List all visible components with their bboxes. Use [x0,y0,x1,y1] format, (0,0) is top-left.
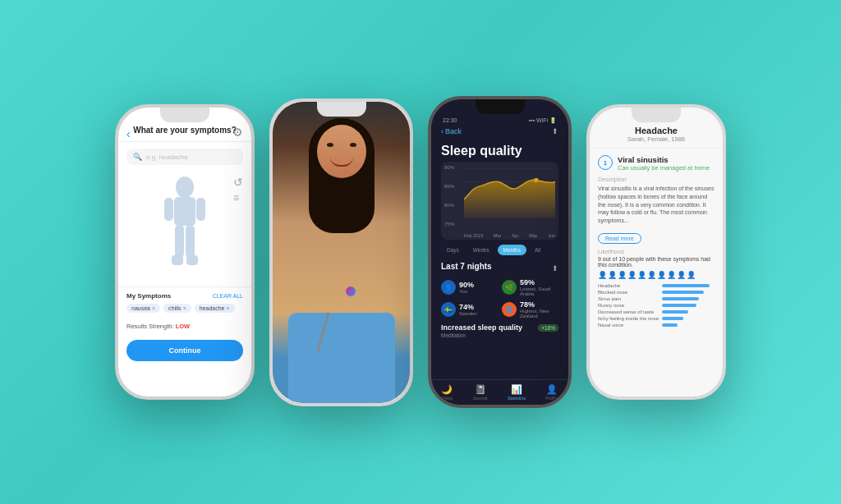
svg-rect-5 [186,225,195,258]
p3-time: 22:30 [443,117,457,124]
p3-nav-journal[interactable]: 📓 Journal [473,384,488,401]
p4-symptom-bars [662,283,715,328]
body-figure[interactable] [156,176,214,282]
svg-rect-6 [172,255,183,265]
phone-video-call: 📞 🎤 [269,99,413,406]
tag-chills[interactable]: chills × [163,304,191,313]
svg-rect-2 [164,198,173,221]
p1-symptoms-label: My Symptoms [126,292,171,300]
tag-nausea[interactable]: nausea × [126,304,160,313]
p3-you-icon: 👤 [441,280,456,295]
p3-tab-weeks[interactable]: Weeks [467,245,495,255]
p3-share-nights[interactable]: ⬆ [552,264,558,273]
p3-increase-badge: +18% [538,324,558,332]
tag-nausea-remove[interactable]: × [152,305,155,311]
p1-title: What are your symptoms? [133,126,237,135]
svg-point-0 [176,176,194,198]
svg-point-12 [534,178,539,183]
phone-symptoms: ‹ What are your symptoms? ⚙ 🔍 e.g. heada… [115,104,255,400]
p4-people-row: 👤 👤 👤 👤 👤 👤 👤 👤 👤 👤 [598,271,715,279]
phone-medical-results: Headache Sarah, Female, 1986 1 Viral sin… [586,104,726,400]
p3-nz-icon: 🌐 [502,302,517,317]
p1-tags-container: nausea × chills × headache × [126,304,243,313]
p4-patient-info: Sarah, Female, 1986 [600,135,713,143]
p4-result-name: Viral sinusitis [618,155,710,164]
p3-x-axis: Feb 2019 Mar Apr May Jun [464,233,555,238]
p3-meditation-label: Meditation [441,332,558,338]
p3-nav-statistics[interactable]: 📊 Statistics [508,384,526,401]
p3-tab-months[interactable]: Months [498,245,526,255]
p1-body-controls: ↺ ≡ [233,176,243,204]
notch-2 [317,102,366,117]
p4-read-more-button[interactable]: Read more [598,233,641,244]
p3-sleep-quality-title: Sleep quality [441,144,558,158]
p3-increased-title: Increased sleep quality [441,323,522,332]
tag-chills-remove[interactable]: × [183,305,186,311]
svg-rect-3 [196,198,205,221]
p3-share-icon[interactable]: ⬆ [552,127,558,135]
p4-description-text: Viral sinusitis is a viral infection of … [598,185,715,225]
p1-results-strength: Results Strength: LOW [118,318,251,335]
p3-nav-profile[interactable]: 👤 Profile [545,384,558,401]
p1-back-button[interactable]: ‹ [126,127,131,140]
p1-body-container: ↺ ≡ [118,172,251,286]
p3-stat-nz: 🌐 78% Highest, New Zealand [502,300,558,318]
p3-time-tabs: Days Weeks Months All [441,245,558,255]
p3-saudi-icon: 🌿 [502,280,517,295]
p3-section-title: Last 7 nights [441,262,492,271]
p3-chart-svg [464,165,555,218]
p1-search-bar[interactable]: 🔍 e.g. headache [126,149,243,165]
p3-tab-days[interactable]: Days [441,245,465,255]
search-icon: 🔍 [133,153,142,161]
p3-increased-section: Increased sleep quality +18% [441,323,558,332]
p1-clear-all-button[interactable]: CLEAR ALL [213,293,243,299]
doctor-image-area [273,102,410,403]
p3-back-button[interactable]: ‹ Back [441,127,462,135]
notch-1 [160,108,209,122]
p4-condition-name: Headache [600,126,713,135]
p4-likelihood-text: 9 out of 10 people with these symptoms h… [598,256,715,268]
p3-main-content: Sleep quality 90% 85% 80% 75% [431,139,568,379]
notch-3 [476,99,525,114]
p3-chart: 90% 85% 80% 75% [441,162,558,240]
p3-sweden-icon: 🇸🇪 [441,302,456,317]
p3-nav-sleep[interactable]: 🌙 Sleep [441,384,453,401]
p4-symptoms-chart: Headache Blocked nose Sinus pain Runny n… [598,283,715,328]
p1-settings-icon[interactable]: ⚙ [232,126,243,139]
p4-rank-1: 1 [598,155,613,170]
svg-rect-7 [186,255,198,265]
p3-stat-saudi: 🌿 59% Lowest, Saudi Arabia [502,278,558,296]
p3-bottom-nav: 🌙 Sleep 📓 Journal 📊 Statistics 👤 Profile [431,379,568,405]
notch-4 [632,108,681,122]
p2-video-area: 📞 🎤 [273,102,410,403]
tag-headache-remove[interactable]: × [226,305,229,311]
p4-result-manage: Can usually be managed at home [618,164,710,172]
p4-description-label: Description [598,176,715,182]
p4-result-row: 1 Viral sinusitis Can usually be managed… [598,155,715,172]
p1-symptoms-section: My Symptoms CLEAR ALL nausea × chills × … [118,286,251,318]
p3-stat-you: 👤 90% You [441,278,498,296]
p3-stats-grid: 👤 90% You 🌿 59% Lowest, Saudi Arabia [441,278,558,318]
p1-continue-button[interactable]: Continue [126,340,243,361]
tag-headache[interactable]: headache × [195,304,235,313]
svg-rect-1 [174,197,195,226]
phone-sleep-stats: 22:30 ▪▪▪ WiFi 🔋 ‹ Back ⬆ Sleep quality … [428,96,572,408]
p4-content: 1 Viral sinusitis Can usually be managed… [590,149,723,334]
p4-symptom-labels: Headache Blocked nose Sinus pain Runny n… [598,283,659,328]
p3-y-axis: 90% 85% 80% 75% [444,165,454,227]
p3-stat-sweden: 🇸🇪 74% Sweden [441,300,498,318]
p3-tab-all[interactable]: All [529,245,546,255]
p3-nav: ‹ Back ⬆ [431,126,568,139]
p1-strength-value: LOW [176,323,191,330]
phones-container: ‹ What are your symptoms? ⚙ 🔍 e.g. heada… [99,80,742,424]
p4-likelihood-label: Likelihood [598,249,715,254]
p1-search-placeholder: e.g. headache [146,153,188,161]
svg-rect-4 [175,225,184,258]
p3-signal: ▪▪▪ WiFi 🔋 [529,117,557,124]
